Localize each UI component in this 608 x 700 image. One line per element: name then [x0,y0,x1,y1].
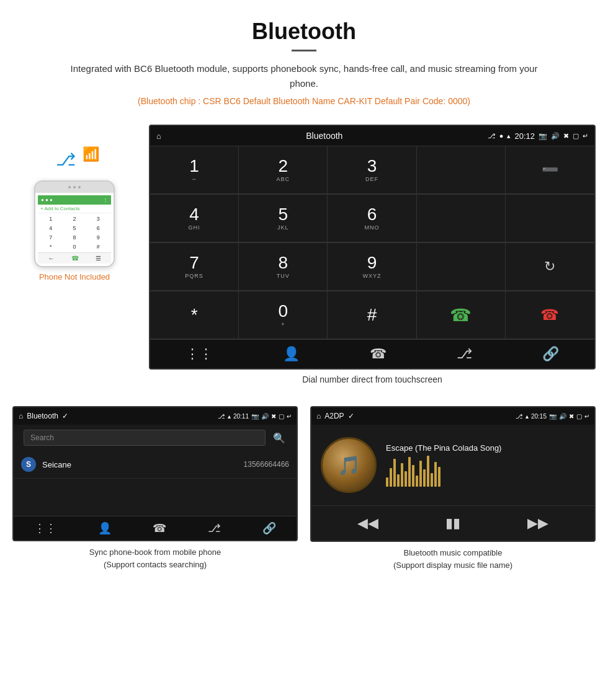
close-icon[interactable]: ✖ [563,132,569,140]
pb-bt-icon[interactable]: ⎇ [208,521,221,535]
phonebook-back[interactable]: ↵ [287,413,292,420]
dialer-call-green[interactable]: ☎ [417,291,506,339]
phone-nav-icon[interactable]: ☎ [370,346,387,362]
search-icon[interactable]: 🔍 [273,432,285,444]
dialer-key-1[interactable]: 1 ∽ [150,146,239,194]
phone-key-7: 7 [39,233,62,242]
music-visualizer [386,456,585,487]
dialer-call-red[interactable]: ☎ [506,291,594,339]
viz-bar-12 [427,456,429,487]
dialer-empty-3 [506,195,594,242]
dialer-key-7[interactable]: 7 PQRS [150,243,239,291]
dialer-empty-1 [417,146,506,194]
bt-symbol: ⎇ [56,149,76,170]
phonebook-title: Bluetooth [27,412,58,420]
pb-link-icon[interactable]: 🔗 [262,521,276,535]
dialer-key-9[interactable]: 9 WXYZ [328,243,416,291]
music-app-title: A2DP [324,412,344,420]
phonebook-signal: ▴ [228,413,231,420]
viz-bar-7 [408,457,411,487]
viz-bar-10 [419,461,422,487]
dialer-row-3: 7 PQRS 8 TUV 9 WXYZ ↻ [150,242,594,291]
phone-key-3: 3 [87,215,110,223]
music-home-icon[interactable]: ⌂ [316,412,321,420]
contacts-nav-icon[interactable]: 👤 [283,346,300,362]
phone-dot-3 [78,186,81,188]
music-caption: Bluetooth music compatible (Support disp… [310,547,596,571]
phonebook-vol: 🔊 [261,413,269,420]
phone-key-9: 9 [87,233,110,242]
dialer-empty-4 [417,243,506,291]
next-track-icon[interactable]: ▶▶ [527,515,548,531]
bluetooth-nav-icon[interactable]: ⎇ [457,346,472,362]
phone-panel: ⎇ 📶 ● ● ● ⋮ + Add to Contacts 1 2 3 [12,125,136,281]
music-back[interactable]: ↵ [584,413,589,420]
music-bt-icon: ⎇ [516,413,523,420]
phonebook-screen: ⌂ Bluetooth ✓ ⎇ ▴ 20:11 📷 🔊 ✖ ▢ ↵ Search [12,406,298,541]
phone-top-bar [35,182,114,193]
camera-icon: 📷 [539,132,547,140]
page-description: Integrated with BC6 Bluetooth module, su… [68,61,540,91]
phone-key-0: 0 [63,242,86,251]
signal-icon: ▴ [507,132,511,140]
dialer-row-2: 4 GHI 5 JKL 6 MNO [150,194,594,242]
dialpad-nav-icon[interactable]: ⋮⋮ [186,346,213,362]
dialer-key-6[interactable]: 6 MNO [328,195,416,242]
music-close[interactable]: ✖ [569,413,574,420]
pb-dialpad-icon[interactable]: ⋮⋮ [34,521,56,535]
pb-contacts-icon[interactable]: 👤 [98,521,112,535]
phonebook-status-right: ⎇ ▴ 20:11 📷 🔊 ✖ ▢ ↵ [218,413,292,420]
pb-phone-icon[interactable]: ☎ [153,521,166,535]
dialer-key-2[interactable]: 2 ABC [239,146,328,194]
link-nav-icon[interactable]: 🔗 [542,346,559,362]
viz-bar-3 [393,459,396,487]
bluetooth-specs: (Bluetooth chip : CSR BC6 Default Blueto… [12,96,596,106]
viz-bar-5 [401,463,403,487]
music-status-bar: ⌂ A2DP ✓ ⎇ ▴ 20:15 📷 🔊 ✖ ▢ ↵ [311,407,594,425]
phone-dialpad: 1 2 3 4 5 6 7 8 9 * 0 # [38,213,111,252]
prev-track-icon[interactable]: ◀◀ [357,515,378,531]
dialer-key-5[interactable]: 5 JKL [239,195,328,242]
phonebook-search-input[interactable]: Search [24,430,266,446]
phone-key-1: 1 [39,215,62,223]
contact-initial: S [21,457,36,472]
phonebook-bt-icon: ⎇ [218,413,225,420]
bt-status-icon: ⎇ [488,132,496,140]
phone-key-star: * [39,242,62,251]
dialer-key-hash[interactable]: # [328,291,416,339]
dialer-key-4[interactable]: 4 GHI [150,195,239,242]
phone-call-icon: ☎ [71,255,79,262]
dialer-key-8[interactable]: 8 TUV [239,243,328,291]
music-controls: ◀◀ ▮▮ ▶▶ [311,505,594,541]
music-status-right: ⎇ ▴ 20:15 📷 🔊 ✖ ▢ ↵ [516,413,589,420]
viz-bar-11 [423,469,426,487]
viz-bar-15 [438,467,440,487]
phone-mockup: ● ● ● ⋮ + Add to Contacts 1 2 3 4 5 6 7 … [34,180,115,267]
phonebook-empty-area [14,479,297,516]
dialer-key-0[interactable]: 0 + [239,291,328,339]
music-album-art: 🎵 [321,437,377,493]
phonebook-home-icon[interactable]: ⌂ [19,412,23,420]
status-bar-right: ⎇ ● ▴ 20:12 📷 🔊 ✖ ▢ ↵ [488,131,588,141]
header-divider [292,50,316,51]
phone-dot-2 [73,186,76,188]
bluetooth-signal-icon: ⎇ 📶 [50,143,99,180]
dialer-backspace[interactable]: ➖ [506,146,594,194]
dialer-refresh[interactable]: ↻ [506,243,594,291]
home-icon[interactable]: ⌂ [156,131,161,141]
status-time: 20:12 [514,131,535,141]
call-green-icon: ☎ [450,305,472,326]
dialer-key-star[interactable]: * [150,291,239,339]
phone-green-bar: ● ● ● ⋮ [38,195,111,205]
play-pause-icon[interactable]: ▮▮ [445,515,460,531]
phonebook-win: ▢ [279,413,284,420]
dialer-key-3[interactable]: 3 DEF [328,146,416,194]
phonebook-close[interactable]: ✖ [271,413,276,420]
dialer-bottom-nav: ⋮⋮ 👤 ☎ ⎇ 🔗 [150,339,594,368]
music-usb-icon: ✓ [348,412,354,420]
music-win: ▢ [576,413,582,420]
dialer-row-1: 1 ∽ 2 ABC 3 DEF ➖ [150,146,594,194]
phonebook-status-left: ⌂ Bluetooth ✓ [19,412,68,420]
back-icon[interactable]: ↵ [583,132,588,140]
music-signal: ▴ [525,413,529,420]
